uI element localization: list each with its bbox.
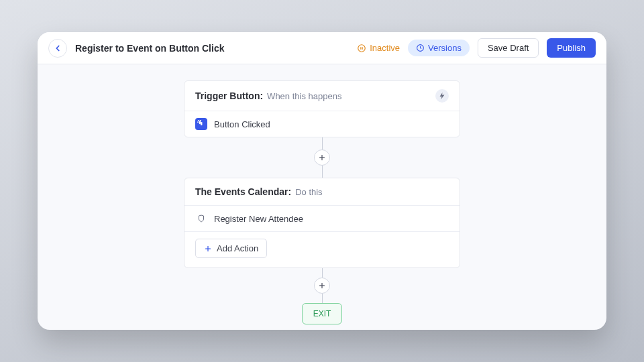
trigger-card-subtitle: When this happens [267, 91, 341, 101]
exit-node[interactable]: EXIT [302, 303, 343, 324]
trigger-card-header: Trigger Button: When this happens [184, 81, 460, 111]
connector-1 [314, 137, 330, 178]
add-step-button-1[interactable] [314, 149, 330, 166]
save-draft-button[interactable]: Save Draft [478, 38, 539, 58]
plus-icon [318, 282, 326, 290]
trigger-indicator [435, 89, 449, 103]
chevron-left-icon [53, 44, 62, 53]
action-card-footer: Add Action [184, 232, 460, 267]
workflow-canvas[interactable]: Trigger Button: When this happens Button… [38, 64, 606, 330]
calendar-app-icon [195, 213, 207, 225]
trigger-card-title: Trigger Button: [195, 90, 263, 101]
status-label: Inactive [370, 43, 400, 53]
connector-2 [314, 268, 330, 303]
action-item-row[interactable]: Register New Attendee [184, 206, 460, 232]
page-title: Register to Event on Button Click [75, 43, 224, 54]
trigger-card[interactable]: Trigger Button: When this happens Button… [184, 80, 460, 137]
versions-label: Versions [428, 43, 462, 53]
trigger-item-label: Button Clicked [214, 119, 270, 129]
add-action-label: Add Action [217, 243, 258, 253]
pause-icon [357, 44, 366, 53]
svg-point-0 [358, 44, 366, 52]
action-card-header: The Events Calendar: Do this [184, 178, 460, 206]
add-step-button-2[interactable] [314, 278, 330, 294]
action-card-title: The Events Calendar: [195, 186, 291, 197]
versions-button[interactable]: Versions [408, 40, 470, 56]
workflow-flow: Trigger Button: When this happens Button… [184, 80, 460, 324]
add-action-button[interactable]: Add Action [195, 239, 267, 258]
action-card[interactable]: The Events Calendar: Do this Register Ne… [184, 178, 460, 268]
clock-icon [416, 44, 425, 52]
header-bar: Register to Event on Button Click Inacti… [38, 32, 606, 64]
plus-icon [318, 154, 326, 162]
plus-icon [204, 245, 212, 253]
back-button[interactable] [48, 39, 67, 58]
action-item-label: Register New Attendee [214, 214, 303, 224]
trigger-item-row[interactable]: Button Clicked [184, 111, 460, 137]
action-card-subtitle: Do this [295, 187, 322, 197]
status-badge: Inactive [357, 43, 400, 53]
button-click-icon [195, 118, 207, 130]
publish-button[interactable]: Publish [547, 38, 596, 58]
app-window: Register to Event on Button Click Inacti… [38, 32, 606, 330]
bolt-icon [438, 92, 446, 100]
